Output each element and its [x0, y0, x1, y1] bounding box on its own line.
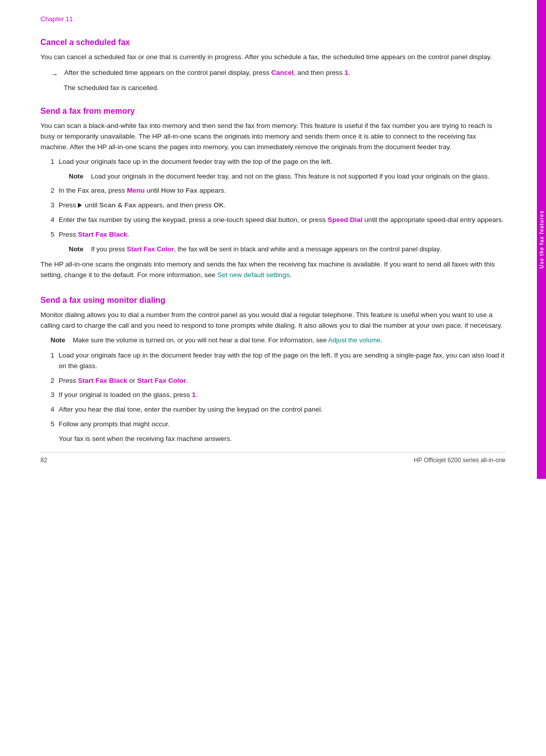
- cancel-body: You can cancel a scheduled fax or one th…: [40, 52, 506, 63]
- memory-step-2: 2 In the Fax area, press Menu until How …: [40, 186, 506, 196]
- page-container: Chapter 11 Cancel a scheduled fax You ca…: [0, 0, 546, 479]
- monitor-dialing-section: Send a fax using monitor dialing Monitor…: [40, 296, 506, 444]
- monitor-note: Note Make sure the volume is turned on, …: [51, 335, 506, 345]
- sidebar-label: Use the fax features: [539, 210, 544, 269]
- cancel-arrow-text: After the scheduled time appears on the …: [64, 68, 350, 78]
- memory-step-3: 3 Press until Scan & Fax appears, and th…: [40, 200, 506, 211]
- send-from-memory-section: Send a fax from memory You can scan a bl…: [40, 107, 506, 281]
- cancel-arrow-item: → After the scheduled time appears on th…: [51, 68, 506, 80]
- memory-step-4: 4 Enter the fax number by using the keyp…: [40, 215, 506, 226]
- memory-step-1: 1 Load your originals face up in the doc…: [40, 157, 506, 167]
- cancel-section: Cancel a scheduled fax You can cancel a …: [40, 38, 506, 92]
- scheduled-cancelled-text: The scheduled fax is cancelled.: [64, 84, 506, 92]
- monitor-closing: Your fax is sent when the receiving fax …: [59, 434, 506, 444]
- cancel-heading: Cancel a scheduled fax: [40, 38, 506, 47]
- memory-note-1: Note Load your originals in the document…: [69, 171, 506, 182]
- send-from-memory-body: You can scan a black-and-white fax into …: [40, 121, 506, 153]
- chapter-label: Chapter 11: [40, 15, 506, 23]
- triangle-right-icon: [78, 203, 82, 208]
- monitor-step-2: 2 Press Start Fax Black or Start Fax Col…: [40, 376, 506, 386]
- footer-page-number: 82: [40, 457, 47, 464]
- monitor-dialing-heading: Send a fax using monitor dialing: [40, 296, 506, 305]
- monitor-step-4: 4 After you hear the dial tone, enter th…: [40, 405, 506, 415]
- memory-closing: The HP all-in-one scans the originals in…: [40, 259, 506, 281]
- page-footer: 82 HP Officejet 6200 series all-in-one: [40, 452, 506, 464]
- monitor-step-1: 1 Load your originals face up in the doc…: [40, 350, 506, 372]
- monitor-step-5: 5 Follow any prompts that might occur.: [40, 419, 506, 430]
- arrow-icon: →: [51, 68, 58, 80]
- memory-note-2: Note If you press Start Fax Color, the f…: [69, 244, 506, 254]
- memory-step-5: 5 Press Start Fax Black.: [40, 230, 506, 240]
- monitor-step-3: 3 If your original is loaded on the glas…: [40, 390, 506, 401]
- send-from-memory-heading: Send a fax from memory: [40, 107, 506, 116]
- monitor-dialing-body: Monitor dialing allows you to dial a num…: [40, 310, 506, 331]
- right-sidebar: Use the fax features: [537, 0, 546, 479]
- footer-product-name: HP Officejet 6200 series all-in-one: [414, 457, 506, 464]
